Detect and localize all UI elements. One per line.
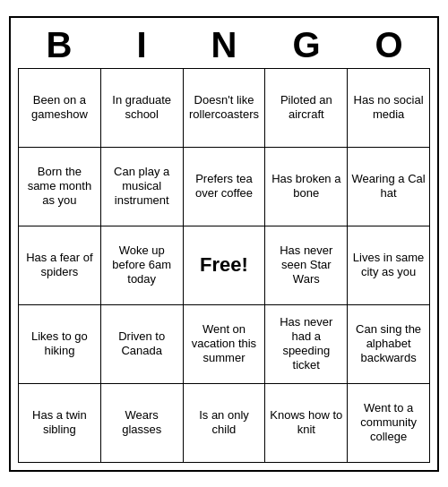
bingo-cell-8[interactable]: Has broken a bone (265, 148, 348, 226)
bingo-cell-22[interactable]: Is an only child (184, 384, 266, 463)
bingo-letter-n: N (185, 25, 263, 64)
bingo-cell-2[interactable]: Doesn't like rollercoasters (184, 69, 266, 148)
bingo-header: BINGO (18, 25, 430, 64)
bingo-cell-17[interactable]: Went on vacation this summer (184, 305, 266, 384)
bingo-letter-i: I (102, 25, 181, 64)
bingo-cell-7[interactable]: Prefers tea over coffee (184, 148, 266, 226)
bingo-cell-4[interactable]: Has no social media (348, 69, 430, 148)
bingo-letter-g: G (267, 25, 346, 64)
bingo-cell-10[interactable]: Has a fear of spiders (19, 226, 101, 305)
bingo-cell-5[interactable]: Born the same month as you (19, 148, 101, 226)
bingo-cell-14[interactable]: Lives in same city as you (348, 226, 430, 305)
bingo-cell-19[interactable]: Can sing the alphabet backwards (348, 305, 430, 384)
bingo-cell-18[interactable]: Has never had a speeding ticket (265, 305, 348, 384)
bingo-card: BINGO Been on a gameshowIn graduate scho… (9, 16, 439, 472)
bingo-grid: Been on a gameshowIn graduate schoolDoes… (18, 68, 430, 463)
bingo-cell-12[interactable]: Free! (184, 226, 266, 305)
bingo-letter-b: B (20, 25, 99, 64)
bingo-cell-3[interactable]: Piloted an aircraft (265, 69, 348, 148)
bingo-cell-20[interactable]: Has a twin sibling (19, 384, 101, 463)
bingo-cell-16[interactable]: Driven to Canada (101, 305, 184, 384)
bingo-cell-6[interactable]: Can play a musical instrument (101, 148, 184, 226)
bingo-letter-o: O (349, 25, 428, 64)
bingo-cell-11[interactable]: Woke up before 6am today (101, 226, 184, 305)
bingo-cell-21[interactable]: Wears glasses (101, 384, 184, 463)
bingo-cell-9[interactable]: Wearing a Cal hat (348, 148, 430, 226)
bingo-cell-15[interactable]: Likes to go hiking (19, 305, 101, 384)
bingo-cell-23[interactable]: Knows how to knit (265, 384, 348, 463)
bingo-cell-13[interactable]: Has never seen Star Wars (265, 226, 348, 305)
bingo-cell-0[interactable]: Been on a gameshow (19, 69, 101, 148)
bingo-cell-1[interactable]: In graduate school (101, 69, 184, 148)
bingo-cell-24[interactable]: Went to a community college (348, 384, 430, 463)
